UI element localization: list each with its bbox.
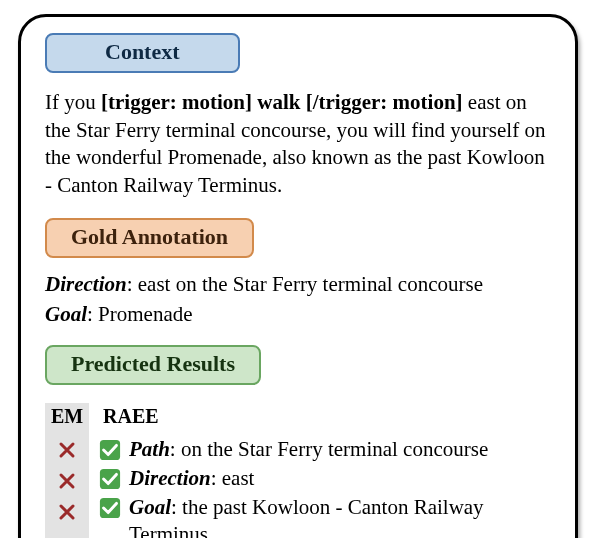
predicted-row: Goal: the past Kowloon - Canton Railway … [99,494,551,538]
context-heading: Context [45,33,240,73]
gold-list: Direction: east on the Star Ferry termin… [45,270,551,329]
predicted-table: EM RAEE [45,403,551,538]
gold-item-value: : Promenade [87,302,193,326]
predicted-row-value: : east [211,466,255,490]
gold-heading: Gold Annotation [45,218,254,258]
check-icon [99,468,121,490]
check-icon [99,439,121,461]
predicted-row: Path: on the Star Ferry terminal concour… [99,436,551,463]
check-icon [99,497,121,519]
predicted-row-label: Goal [129,495,171,519]
gold-item: Goal: Promenade [45,300,551,328]
gold-item-label: Goal [45,302,87,326]
predicted-row-value: : the past Kowloon - Canton Railway Term… [129,495,484,538]
trigger-close-tag: [/trigger: motion] [306,90,463,114]
example-card: Context If you [trigger: motion] walk [/… [18,14,578,538]
cross-icon [56,439,78,461]
section-predicted: Predicted Results EM [45,343,551,538]
gold-item-label: Direction [45,272,127,296]
trigger-word: walk [252,90,306,114]
predicted-heading: Predicted Results [45,345,261,385]
predicted-row-label: Path [129,437,170,461]
predicted-row: Direction: east [99,465,551,492]
column-em-head: EM [47,403,87,430]
cross-icon [56,470,78,492]
column-em: EM [45,403,89,538]
gold-item: Direction: east on the Star Ferry termin… [45,270,551,298]
predicted-row-label: Direction [129,466,211,490]
column-raee: RAEE Path: on the Star Ferry terminal co… [99,403,551,538]
gold-item-value: : east on the Star Ferry terminal concou… [127,272,483,296]
trigger-open-tag: [trigger: motion] [101,90,252,114]
context-text: If you [trigger: motion] walk [/trigger:… [45,89,551,200]
section-context: Context If you [trigger: motion] walk [/… [45,31,551,200]
section-gold: Gold Annotation Direction: east on the S… [45,216,551,329]
column-raee-head: RAEE [99,403,163,430]
predicted-row-value: : on the Star Ferry terminal concourse [170,437,488,461]
cross-icon [56,501,78,523]
context-prefix: If you [45,90,101,114]
